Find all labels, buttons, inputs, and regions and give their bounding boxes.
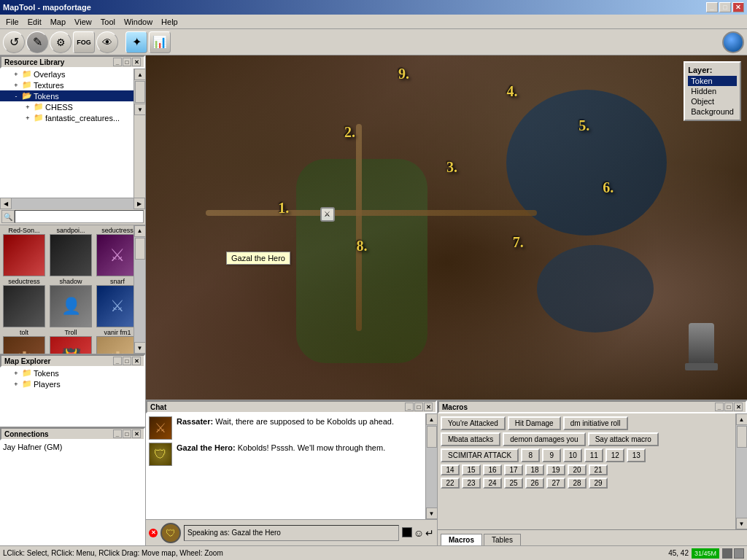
expand-textures[interactable]: + (12, 82, 20, 89)
chat-scroll-thumb[interactable] (427, 426, 437, 448)
token-scroll-down[interactable]: ▼ (134, 342, 146, 354)
token-cell-vanirfm1[interactable]: vanir fm1 🗡 (95, 329, 133, 354)
tree-scrollbar[interactable]: ▲ ▼ (133, 69, 145, 198)
chat-close[interactable]: ✕ (424, 402, 433, 411)
toolbar-eye[interactable]: 👁 (96, 31, 118, 53)
token-cell-troll[interactable]: Troll 👹 (48, 329, 93, 354)
search-input[interactable] (15, 210, 144, 223)
macro-say-attack[interactable]: Say attack macro (588, 432, 659, 446)
chat-send-button[interactable]: ↵ (425, 527, 434, 539)
tree-textures[interactable]: + 📁 Textures (0, 79, 133, 90)
connections-close[interactable]: ✕ (132, 429, 141, 438)
macro-num-17[interactable]: 17 (504, 464, 523, 475)
macros-scroll-thumb[interactable] (737, 426, 747, 448)
token-cell-tolt[interactable]: tolt 🗡 (1, 329, 47, 354)
macro-num-15[interactable]: 15 (462, 464, 481, 475)
token-scroll-thumb[interactable] (135, 238, 145, 260)
macro-num-18[interactable]: 18 (525, 464, 544, 475)
menu-help[interactable]: Help (157, 16, 182, 28)
chat-emoji-button[interactable]: ☺ (414, 527, 424, 539)
tab-macros[interactable]: Macros (441, 534, 482, 545)
macro-num-25[interactable]: 25 (504, 478, 523, 489)
toolbar-select[interactable]: ↺ (3, 31, 25, 53)
macro-num-28[interactable]: 28 (568, 478, 587, 489)
macro-num-12[interactable]: 12 (605, 448, 624, 462)
menu-edit[interactable]: Edit (23, 16, 46, 28)
map-explorer-close[interactable]: ✕ (132, 357, 141, 365)
tree-hscroll-left[interactable]: ◀ (0, 198, 12, 209)
tree-hscroll-right[interactable]: ▶ (133, 198, 145, 209)
maximize-button[interactable]: □ (719, 2, 731, 12)
close-button[interactable]: ✕ (732, 2, 744, 12)
macros-minimize[interactable]: _ (715, 402, 724, 411)
menu-window[interactable]: Window (120, 16, 157, 28)
toolbar-pointer[interactable]: ✦ (125, 31, 147, 53)
map-token-gazal[interactable]: ⚔ (320, 207, 335, 222)
chat-restore[interactable]: □ (414, 402, 423, 411)
macros-close[interactable]: ✕ (734, 402, 743, 411)
expand-players[interactable]: + (12, 381, 20, 388)
macro-num-29[interactable]: 29 (589, 478, 608, 489)
tree-scroll-down[interactable]: ▼ (134, 104, 146, 115)
tree-overlays[interactable]: + 📁 Overlays (0, 69, 133, 79)
macro-num-16[interactable]: 16 (483, 464, 502, 475)
toolbar-edit[interactable]: ✎ (26, 31, 48, 53)
toolbar-chart[interactable]: 📊 (149, 31, 171, 53)
expand-overlays[interactable]: + (12, 71, 20, 78)
macro-num-20[interactable]: 20 (568, 464, 587, 475)
token-cell-red-son[interactable]: Red-Son... (1, 227, 47, 276)
macros-scroll-up[interactable]: ▲ (736, 413, 748, 425)
macro-num-10[interactable]: 10 (563, 448, 582, 462)
macro-youre-attacked[interactable]: You're Attacked (441, 416, 506, 430)
macro-num-22[interactable]: 22 (441, 478, 460, 489)
token-cell-sandpoi[interactable]: sandpoi... (48, 227, 93, 276)
expand-tokens[interactable]: - (12, 93, 20, 100)
layer-background[interactable]: Background (688, 106, 737, 117)
menu-file[interactable]: File (1, 16, 23, 28)
macro-num-23[interactable]: 23 (462, 478, 481, 489)
map-explorer-restore[interactable]: □ (123, 357, 131, 365)
expand-fantastic[interactable]: + (23, 114, 32, 122)
macro-num-14[interactable]: 14 (441, 464, 460, 475)
tree-hscrollbar[interactable]: ◀ ▶ (0, 198, 145, 209)
macro-num-26[interactable]: 26 (525, 478, 544, 489)
minimize-button[interactable]: _ (706, 2, 718, 12)
chat-color-picker[interactable] (402, 527, 412, 537)
token-cell-shadow[interactable]: shadow 👤 (48, 278, 93, 327)
menu-tool[interactable]: Tool (96, 16, 120, 28)
layer-object[interactable]: Object (688, 96, 737, 106)
macros-restore[interactable]: □ (724, 402, 733, 411)
macros-scroll-down[interactable]: ▼ (736, 518, 748, 529)
globe-button[interactable] (722, 31, 744, 53)
macro-scimitar[interactable]: SCIMITAR ATTACK (441, 448, 519, 462)
search-button[interactable]: 🔍 (1, 210, 15, 223)
tree-chess[interactable]: + 📁 CHESS (0, 101, 133, 112)
tree-scroll-up[interactable]: ▲ (134, 69, 146, 80)
map-tree-tokens[interactable]: + 📁 Tokens (0, 368, 145, 378)
macro-hit-damage[interactable]: Hit Damage (508, 416, 561, 430)
chat-scroll-up[interactable]: ▲ (426, 413, 438, 425)
tree-scroll-thumb[interactable] (135, 81, 145, 103)
macro-num-24[interactable]: 24 (483, 478, 502, 489)
connections-minimize[interactable]: _ (113, 429, 122, 438)
map-explorer-minimize[interactable]: _ (113, 357, 122, 365)
tab-tables[interactable]: Tables (484, 534, 521, 545)
token-cell-snarf[interactable]: snarf ⚔ (95, 278, 133, 327)
macro-num-13[interactable]: 13 (627, 448, 646, 462)
connections-restore[interactable]: □ (123, 429, 131, 438)
chat-scroll-down[interactable]: ▼ (426, 508, 438, 519)
macro-num-11[interactable]: 11 (584, 448, 603, 462)
tree-fantastic[interactable]: + 📁 fantastic_creatures... (0, 112, 133, 123)
macro-num-21[interactable]: 21 (589, 464, 608, 475)
resource-library-minimize[interactable]: _ (113, 58, 122, 66)
layer-hidden[interactable]: Hidden (688, 86, 737, 96)
toolbar-settings[interactable]: ⚙ (50, 31, 71, 53)
token-cell-seductress2[interactable]: seductress (1, 278, 47, 327)
tree-tokens[interactable]: - 📂 Tokens (0, 90, 133, 101)
macro-dm-initiative[interactable]: dm initiative roll (563, 416, 628, 430)
token-cell-seductress1[interactable]: seductress ⚔ (95, 227, 133, 276)
menu-view[interactable]: View (70, 16, 96, 28)
chat-minimize[interactable]: _ (405, 402, 414, 411)
macro-mbata-attacks[interactable]: Mbata attacks (441, 432, 500, 446)
macro-num-19[interactable]: 19 (546, 464, 565, 475)
